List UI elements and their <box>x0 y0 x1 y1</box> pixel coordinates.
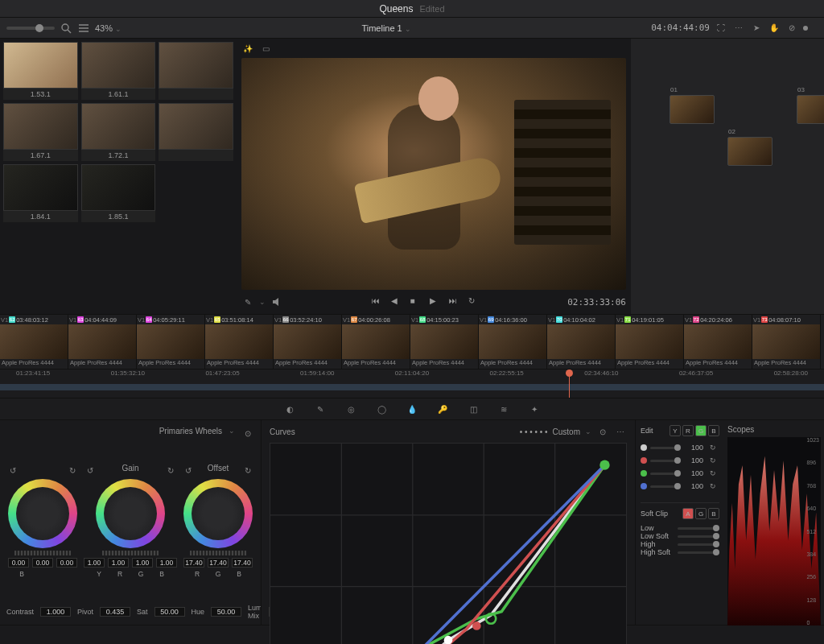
node-graph[interactable]: 010203 <box>631 39 824 314</box>
channel-slider[interactable] <box>650 473 681 475</box>
jog-wheel[interactable] <box>190 551 246 555</box>
clip[interactable]: 1.61.1 <box>81 42 156 100</box>
wheels-mode[interactable]: Primaries Wheels <box>159 427 222 440</box>
reset-icon[interactable]: ↺ <box>182 464 195 477</box>
channel-button[interactable]: R <box>682 425 694 436</box>
channel-button[interactable]: G <box>695 508 707 519</box>
zoom-level[interactable]: 43% ⌄ <box>95 23 122 33</box>
mute-icon[interactable] <box>270 295 283 308</box>
oval-icon[interactable]: ◯ <box>375 402 388 415</box>
drop-icon[interactable]: 💧 <box>406 402 418 415</box>
thumb-clip[interactable]: V1 70 04:10:04:02Apple ProRes 4444 <box>547 315 616 369</box>
thumb-clip[interactable]: V1 72 04:20:24:06Apple ProRes 4444 <box>684 315 752 369</box>
channel-slider[interactable] <box>650 447 681 449</box>
color-wheels-icon[interactable]: ◐ <box>283 402 296 415</box>
softclip-slider[interactable] <box>678 527 719 530</box>
clip[interactable]: 1.53.1 <box>3 42 78 100</box>
wheels-reset-icon[interactable]: ⊙ <box>241 427 254 440</box>
play-rev-icon[interactable]: ◀ <box>391 296 402 308</box>
curves-canvas[interactable] <box>270 443 627 644</box>
channel-button[interactable]: B <box>708 425 719 436</box>
blur-icon[interactable]: ≋ <box>497 402 510 415</box>
thumb-clip[interactable]: V1 68 04:15:00:23Apple ProRes 4444 <box>410 315 479 369</box>
list-icon[interactable] <box>77 22 90 35</box>
viewer-image[interactable] <box>241 58 626 290</box>
search-icon[interactable] <box>60 22 72 35</box>
disable-icon[interactable]: ⊘ <box>785 22 798 35</box>
jog-wheel[interactable] <box>14 551 71 555</box>
thumb-clip[interactable]: V1 62 03:48:03:12Apple ProRes 4444 <box>0 315 68 369</box>
channel-button[interactable]: B <box>708 508 719 519</box>
clip[interactable] <box>159 103 233 161</box>
reset-icon[interactable]: ↻ <box>707 454 719 467</box>
thumb-clip[interactable]: V1 71 04:19:01:05Apple ProRes 4444 <box>616 315 684 369</box>
jog-wheel[interactable] <box>102 551 159 555</box>
thumb-clip[interactable]: V1 73 04:08:07:10Apple ProRes 4444 <box>752 315 821 369</box>
reset-icon[interactable]: ↻ <box>707 441 719 454</box>
key-icon[interactable]: 🔑 <box>436 402 449 415</box>
softclip-slider[interactable] <box>678 551 719 554</box>
clip[interactable]: 1.72.1 <box>81 103 156 161</box>
contrast-input[interactable] <box>40 607 71 617</box>
thumb-clip[interactable]: V1 64 04:05:29:11Apple ProRes 4444 <box>137 315 205 369</box>
pointer-icon[interactable]: ➤ <box>750 22 763 35</box>
node[interactable]: 03 <box>797 95 824 124</box>
size-icon[interactable]: ◫ <box>467 402 480 415</box>
channel-button[interactable]: G <box>695 425 707 436</box>
pick-icon[interactable]: ▭ <box>259 42 272 55</box>
play-icon[interactable]: ▶ <box>430 296 441 308</box>
thumb-clip[interactable]: V1 66 03:52:24:10Apple ProRes 4444 <box>274 315 342 369</box>
channel-slider[interactable] <box>650 460 681 462</box>
stop-icon[interactable]: ■ <box>410 296 422 308</box>
more-icon[interactable]: ⋯ <box>732 22 745 35</box>
hand-icon[interactable]: ✋ <box>768 22 781 35</box>
channel-slider[interactable] <box>650 485 681 488</box>
channel-button[interactable]: Y <box>670 425 681 436</box>
clip[interactable]: 1.85.1 <box>81 164 156 222</box>
curves-more-icon[interactable]: ⋯ <box>614 425 627 438</box>
reset-icon[interactable]: ↺ <box>84 464 97 477</box>
reset-icon[interactable]: ↻ <box>707 467 719 480</box>
thumb-clip[interactable]: V1 65 03:51:08:14Apple ProRes 4444 <box>205 315 274 369</box>
clip[interactable]: 1.84.1 <box>3 164 78 222</box>
node[interactable]: 02 <box>727 137 772 166</box>
playhead[interactable] <box>569 369 570 398</box>
magic-icon[interactable]: ✎ <box>241 295 254 308</box>
node[interactable]: 01 <box>670 95 715 124</box>
thumb-clip[interactable]: V1 63 04:04:44:09Apple ProRes 4444 <box>68 315 137 369</box>
loop-icon[interactable]: ↻ <box>468 296 480 308</box>
hue-input[interactable] <box>211 607 241 617</box>
first-frame-icon[interactable]: ⏮ <box>372 296 383 308</box>
scope-waveform[interactable]: 10238967686405123842561280 <box>727 437 821 625</box>
thumb-clip[interactable]: V1 67 04:00:26:08Apple ProRes 4444 <box>342 315 410 369</box>
thumb-size-slider[interactable] <box>6 27 55 30</box>
brush-icon[interactable]: ✎ <box>314 402 327 415</box>
fx-icon[interactable]: ✦ <box>528 402 541 415</box>
curves-mode[interactable]: Custom <box>553 427 580 436</box>
last-frame-icon[interactable]: ⏭ <box>449 296 460 308</box>
curves-opts-icon[interactable]: ⊙ <box>596 425 609 438</box>
reset-icon[interactable]: ↻ <box>66 464 79 477</box>
target-icon[interactable]: ◎ <box>344 402 357 415</box>
timeline-name[interactable]: Timeline 1 ⌄ <box>361 23 410 33</box>
wand-icon[interactable]: ✨ <box>241 42 254 55</box>
reset-icon[interactable]: ↺ <box>6 464 19 477</box>
reset-icon[interactable]: ↻ <box>241 464 254 477</box>
softclip-slider[interactable] <box>678 543 719 546</box>
reset-icon[interactable]: ↻ <box>707 480 719 493</box>
channel-button[interactable]: A <box>682 508 694 519</box>
color-wheel[interactable] <box>183 479 253 548</box>
clip[interactable] <box>159 42 233 100</box>
color-wheel[interactable] <box>8 479 77 548</box>
color-wheel[interactable] <box>96 479 165 548</box>
softclip-slider[interactable] <box>678 535 719 538</box>
thumb-clip[interactable]: V1 69 04:16:36:00Apple ProRes 4444 <box>479 315 547 369</box>
clip[interactable]: 1.67.1 <box>3 103 78 161</box>
viewer-tc: 02:33:33:06 <box>567 297 626 308</box>
reset-icon[interactable]: ↻ <box>164 464 177 477</box>
mini-timeline[interactable]: 01:23:41:1501:35:32:1001:47:23:0501:59:1… <box>0 369 824 398</box>
expand-icon[interactable]: ⛶ <box>715 22 727 35</box>
sat-input[interactable] <box>154 607 185 617</box>
pivot-input[interactable] <box>100 607 130 617</box>
mini-track[interactable] <box>0 384 824 390</box>
